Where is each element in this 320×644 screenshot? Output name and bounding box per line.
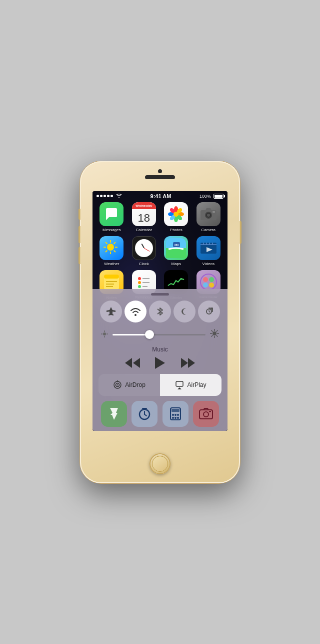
messages-icon [100, 202, 124, 226]
rewind-icon-1 [125, 358, 132, 368]
calendar-label: Calendar [136, 228, 152, 232]
battery-icon [214, 194, 224, 199]
share-row: AirDrop AirPlay [98, 374, 222, 396]
svg-point-48 [209, 277, 214, 282]
control-center-handle[interactable] [151, 293, 169, 296]
cc-shortcuts-row [98, 401, 222, 427]
videos-icon [196, 236, 220, 260]
messages-label: Messages [102, 228, 120, 232]
svg-point-90 [204, 412, 208, 417]
battery-area: 100% [200, 194, 224, 199]
svg-point-9 [174, 212, 178, 217]
app-item-photos[interactable]: Photos [161, 202, 192, 232]
mute-switch[interactable] [78, 209, 80, 220]
wifi-toggle[interactable] [124, 301, 146, 322]
cc-toggle-row [98, 301, 222, 322]
cellular-signal [96, 195, 113, 197]
svg-point-49 [203, 283, 208, 288]
svg-point-85 [177, 414, 179, 416]
front-camera [158, 169, 162, 173]
control-center: Music [92, 289, 228, 431]
home-button-inner [152, 456, 168, 472]
svg-line-22 [106, 250, 108, 252]
fast-forward-button[interactable] [180, 358, 195, 368]
signal-area [96, 193, 122, 199]
airdrop-button[interactable]: AirDrop [98, 374, 160, 396]
svg-line-67 [216, 330, 218, 331]
status-bar: 9:41 AM 100% [92, 191, 228, 201]
signal-dot-4 [107, 195, 110, 197]
home-button[interactable] [150, 453, 170, 474]
forward-icon-1 [181, 358, 188, 368]
calculator-button[interactable] [162, 401, 188, 427]
airplay-button[interactable]: AirPlay [160, 374, 222, 396]
brightness-control [98, 328, 222, 341]
calendar-icon: Wednesday 18 [132, 202, 156, 226]
volume-down-button[interactable] [78, 247, 80, 264]
svg-point-13 [207, 214, 210, 217]
signal-dot-2 [100, 195, 102, 197]
svg-point-46 [200, 274, 216, 290]
svg-line-68 [212, 335, 213, 336]
power-button[interactable] [240, 221, 242, 244]
signal-dot-3 [104, 195, 106, 197]
flashlight-button[interactable] [101, 401, 127, 427]
app-item-camera[interactable]: Camera [194, 202, 224, 232]
app-grid: Messages Wednesday 18 Calendar [96, 202, 224, 300]
svg-marker-74 [178, 387, 182, 389]
app-item-messages[interactable]: Messages [96, 202, 127, 232]
music-section-label: Music [98, 346, 222, 353]
maps-label: Maps [171, 262, 181, 266]
timer-button[interactable] [132, 401, 158, 427]
signal-dot-1 [96, 195, 99, 197]
signal-dot-5 [110, 195, 113, 197]
app-item-videos[interactable]: Videos [194, 236, 224, 266]
svg-line-54 [209, 312, 210, 313]
svg-point-42 [138, 285, 141, 288]
svg-text:280: 280 [174, 244, 179, 247]
photos-icon [164, 202, 188, 226]
brightness-fill [112, 334, 150, 335]
camera-label: Camera [202, 228, 216, 232]
play-button[interactable] [155, 357, 165, 369]
bluetooth-toggle[interactable] [149, 301, 171, 322]
app-item-calendar[interactable]: Wednesday 18 Calendar [129, 202, 160, 232]
app-item-clock[interactable]: Clock [129, 236, 160, 266]
airplay-label: AirPlay [187, 381, 206, 388]
svg-point-50 [209, 283, 214, 288]
battery-fill [214, 195, 222, 198]
airdrop-label: AirDrop [125, 381, 146, 388]
svg-line-20 [106, 242, 108, 244]
status-time: 9:41 AM [150, 193, 172, 199]
camera-shortcut-button[interactable] [193, 401, 219, 427]
brightness-high-icon [210, 328, 220, 341]
clock-label: Clock [139, 262, 149, 266]
svg-point-88 [177, 417, 179, 419]
svg-rect-73 [176, 381, 183, 386]
brightness-thumb[interactable] [145, 330, 154, 339]
svg-point-86 [172, 417, 174, 419]
volume-up-button[interactable] [78, 226, 80, 243]
svg-rect-91 [209, 411, 211, 412]
photos-label: Photos [170, 228, 182, 232]
airplane-mode-toggle[interactable] [100, 301, 122, 322]
camera-icon [196, 202, 220, 226]
svg-point-15 [107, 244, 114, 251]
app-item-weather[interactable]: Weather [96, 236, 127, 266]
brightness-track[interactable] [112, 334, 206, 335]
do-not-disturb-toggle[interactable] [174, 301, 196, 322]
brightness-low-icon [100, 330, 108, 339]
rotation-lock-toggle[interactable] [198, 301, 220, 322]
svg-rect-14 [212, 211, 215, 213]
maps-icon: 280 [164, 236, 188, 260]
svg-line-23 [114, 250, 116, 252]
clock-face [135, 239, 153, 257]
app-item-maps[interactable]: 280 Maps [161, 236, 192, 266]
rewind-button[interactable] [125, 358, 140, 368]
rewind-icon-2 [133, 358, 140, 368]
wifi-status-icon [116, 193, 122, 199]
svg-line-78 [144, 414, 146, 416]
battery-percent: 100% [200, 194, 211, 199]
svg-point-87 [174, 417, 176, 419]
svg-point-41 [138, 281, 141, 284]
